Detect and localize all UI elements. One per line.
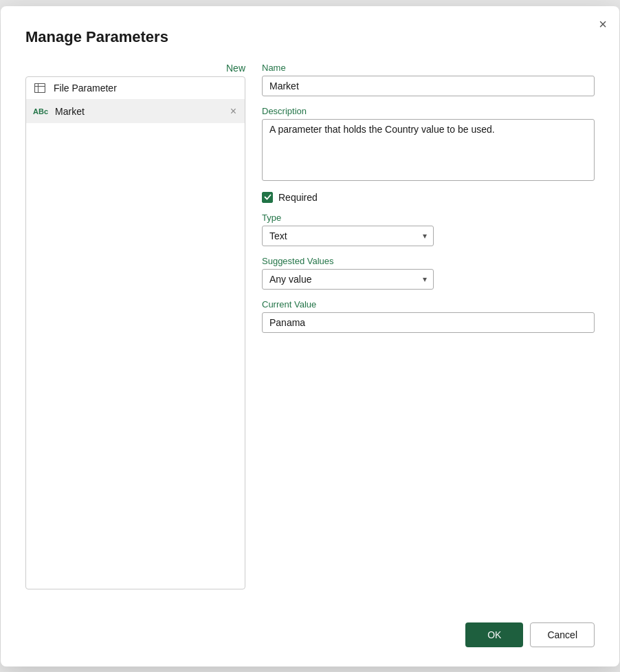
- ok-button[interactable]: OK: [465, 622, 523, 647]
- suggested-select-wrapper: Any value List of values Query ▾: [262, 269, 434, 290]
- table-icon: [33, 83, 47, 93]
- type-field-group: Type Text Number Date Decimal Number Tru…: [262, 213, 595, 246]
- manage-parameters-dialog: × Manage Parameters New File Parameter: [1, 6, 619, 666]
- left-panel: New File Parameter ABc: [25, 63, 245, 589]
- description-label: Description: [262, 106, 595, 116]
- current-value-label: Current Value: [262, 299, 595, 310]
- remove-button[interactable]: ×: [229, 105, 238, 118]
- required-label: Required: [278, 192, 318, 203]
- param-name-file: File Parameter: [54, 83, 238, 94]
- current-value-field-group: Current Value: [262, 299, 595, 333]
- dialog-body: New File Parameter ABc: [25, 63, 595, 589]
- suggested-select[interactable]: Any value List of values Query: [262, 269, 434, 290]
- description-textarea[interactable]: A parameter that holds the Country value…: [262, 119, 595, 181]
- name-label: Name: [262, 63, 595, 73]
- param-name-market: Market: [55, 106, 222, 117]
- svg-rect-0: [35, 83, 45, 92]
- right-panel: Name Description A parameter that holds …: [262, 63, 595, 589]
- name-field-group: Name: [262, 63, 595, 96]
- type-select[interactable]: Text Number Date Decimal Number True/Fal…: [262, 226, 434, 246]
- description-field-group: Description A parameter that holds the C…: [262, 106, 595, 181]
- list-item[interactable]: ABc Market ×: [26, 100, 245, 123]
- required-row: Required: [262, 192, 595, 203]
- type-select-wrapper: Text Number Date Decimal Number True/Fal…: [262, 226, 434, 246]
- suggested-label: Suggested Values: [262, 256, 595, 266]
- suggested-field-group: Suggested Values Any value List of value…: [262, 256, 595, 290]
- name-input[interactable]: [262, 76, 595, 96]
- cancel-button[interactable]: Cancel: [530, 622, 595, 647]
- new-link[interactable]: New: [226, 63, 245, 74]
- dialog-title: Manage Parameters: [25, 28, 595, 46]
- current-value-input[interactable]: [262, 312, 595, 333]
- dialog-footer: OK Cancel: [25, 611, 595, 647]
- type-label: Type: [262, 213, 595, 223]
- required-checkbox[interactable]: [262, 192, 273, 203]
- abc-icon: ABc: [33, 107, 48, 116]
- list-item[interactable]: File Parameter: [26, 77, 245, 100]
- parameter-list: File Parameter ABc Market ×: [25, 76, 245, 589]
- close-button[interactable]: ×: [599, 17, 607, 31]
